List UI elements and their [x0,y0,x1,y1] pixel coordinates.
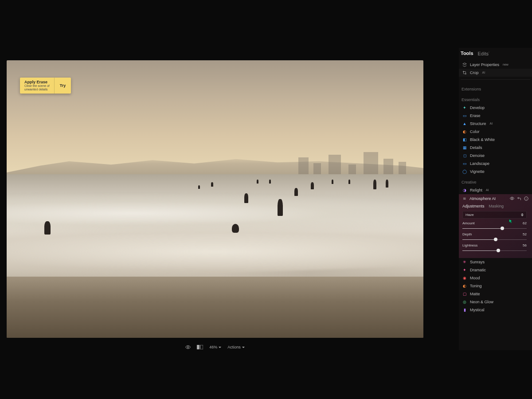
tool-label: Relight [470,188,482,192]
compare-icon [197,345,203,349]
tool-sunrays[interactable]: ✳Sunrays [459,258,532,266]
section-extensions: Extensions [459,82,532,93]
mood-icon: ◉ [462,276,467,280]
subtab-adjustments[interactable]: Adjustments [462,204,485,208]
eye-icon [185,344,191,350]
tool-details[interactable]: ▦Details [459,144,532,152]
actions-label: Actions [227,345,241,349]
layers-icon [462,63,467,67]
svg-rect-1 [197,345,200,349]
tab-edits[interactable]: Edits· [478,51,489,56]
tool-dramatic[interactable]: ✦Dramatic [459,266,532,274]
badge-ai: AI [482,71,485,74]
matte-icon: ▢ [462,292,467,296]
tool-label: Dramatic [470,268,486,272]
tool-color[interactable]: ◐Color [459,128,532,136]
app-root: Apply Erase Clear the scene of unwanted … [0,0,532,399]
grid-icon: ▦ [462,145,467,150]
slider-track[interactable] [462,237,527,242]
chevron-down-icon [242,347,245,348]
suggestion-try-button[interactable]: Try [54,78,71,94]
slider-thumb[interactable] [501,227,504,230]
tool-label: Atmosphere [469,196,491,201]
badge-ai: AI [490,122,493,125]
tool-develop[interactable]: ✦Develop [459,104,532,112]
slider-label: Depth [462,232,472,236]
tool-crop[interactable]: CropAI [459,69,532,77]
tool-mood[interactable]: ◉Mood [459,274,532,282]
slider-thumb[interactable] [497,249,500,252]
eye-icon [510,196,514,201]
slider-label: Lightness [462,243,477,247]
suggestion-title: Apply Erase [24,80,50,84]
info-button[interactable] [524,196,528,201]
tool-label: Crop [470,70,479,75]
tools-panel: Tools Edits· Layer Propertiesnew CropAI … [459,48,532,350]
tool-relight[interactable]: ◑RelightAI [459,186,532,194]
tab-tools[interactable]: Tools [461,51,473,56]
bulb-icon: ◑ [462,188,467,192]
tool-toning[interactable]: ◐Toning [459,282,532,290]
denoise-icon: ◻ [462,153,467,158]
zoom-value: 46% [209,345,217,349]
slider-lightness: Lightness56 [462,243,527,253]
panel-tabs: Tools Edits· [459,48,532,61]
tool-label: Structure [470,121,486,126]
visibility-toggle[interactable] [185,344,191,350]
svg-marker-3 [463,63,466,64]
tool-neon[interactable]: ◎Neon & Glow [459,298,532,306]
tool-mystical[interactable]: ▮Mystical [459,306,532,314]
tool-layer-properties[interactable]: Layer Propertiesnew [459,61,532,69]
suggestion-card: Apply Erase Clear the scene of unwanted … [20,78,71,94]
compare-toggle[interactable] [197,345,203,349]
sparkle-icon: ✦ [462,106,467,110]
tool-label: Neon & Glow [470,300,493,304]
chevron-down-icon [219,347,221,348]
svg-rect-2 [200,345,203,349]
bw-icon: ◧ [462,137,467,142]
tool-label: Details [470,145,482,150]
edits-indicator: · [489,51,489,54]
mystical-icon: ▮ [462,308,467,312]
palette-icon: ◐ [462,129,467,134]
tool-vignette[interactable]: ◯Vignette [459,168,532,176]
structure-icon: ▲ [462,121,467,126]
tool-label: Black & White [470,137,495,142]
crop-icon [462,70,467,75]
tool-matte[interactable]: ▢Matte [459,290,532,298]
badge-new: new [503,63,509,66]
section-essentials: Essentials [459,93,532,104]
tool-label: Matte [470,292,480,296]
slider-value: 52 [523,232,527,236]
tool-denoise[interactable]: ◻Denoise [459,152,532,160]
tool-label: Develop [470,106,485,110]
svg-point-0 [188,347,189,348]
tool-landscape[interactable]: ▭Landscape [459,160,532,168]
subtab-masking[interactable]: Masking [489,204,504,208]
zoom-dropdown[interactable]: 46% [209,345,221,349]
tool-erase[interactable]: ▭Erase [459,112,532,120]
neon-icon: ◎ [462,300,467,304]
preview-toggle[interactable] [510,196,514,201]
select-value: Haze [466,213,474,217]
tool-label: Vignette [470,169,485,174]
reset-button[interactable] [517,196,521,201]
undo-icon [517,196,521,201]
slider-thumb[interactable] [494,238,497,241]
slider-track[interactable] [462,248,527,253]
vignette-icon: ◯ [462,169,467,174]
suggestion-description: Clear the scene of unwanted details [24,84,50,91]
tool-bw[interactable]: ◧Black & White [459,136,532,144]
badge-ai: AI [486,188,489,192]
slider-track[interactable] [462,226,527,231]
tool-structure[interactable]: ▲StructureAI [459,120,532,128]
tool-label: Mystical [470,308,485,312]
tool-label: Sunrays [470,260,485,264]
section-creative: Creative [459,176,532,186]
atmosphere-type-select[interactable]: Haze [462,211,527,219]
tool-label: Denoise [470,153,485,158]
tool-label: Color [470,129,480,134]
image-canvas[interactable] [7,60,423,338]
atmosphere-icon: ≋ [462,196,467,201]
actions-dropdown[interactable]: Actions [227,345,245,349]
